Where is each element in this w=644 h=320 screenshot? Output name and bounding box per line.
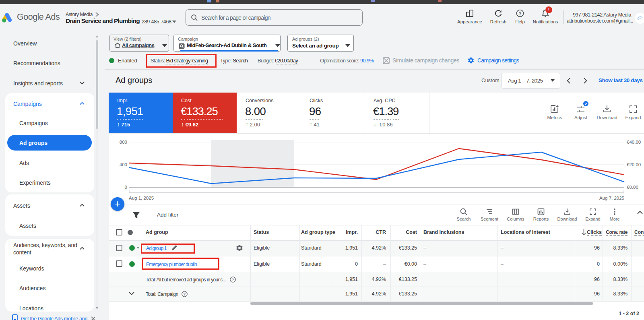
svg-text:800: 800 bbox=[120, 140, 127, 145]
svg-text:400: 400 bbox=[120, 162, 127, 167]
svg-text:?: ? bbox=[232, 277, 234, 282]
svg-text:Aug 7, 2025: Aug 7, 2025 bbox=[599, 196, 624, 200]
svg-text:€40.00: €40.00 bbox=[627, 140, 641, 145]
svg-text:?: ? bbox=[184, 292, 186, 296]
svg-text:€0.00: €0.00 bbox=[627, 185, 638, 190]
svg-text:0: 0 bbox=[125, 185, 127, 190]
svg-text:Aug 1, 2025: Aug 1, 2025 bbox=[129, 196, 154, 200]
svg-text:€20.00: €20.00 bbox=[627, 162, 641, 167]
svg-text:?: ? bbox=[519, 11, 522, 16]
